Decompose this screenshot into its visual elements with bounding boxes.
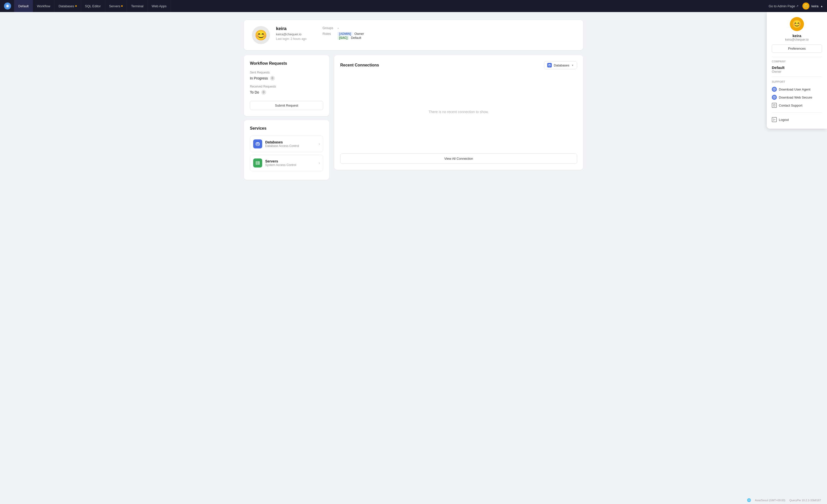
- dropdown-divider-2: [772, 76, 822, 77]
- database-service-desc: Database Access Control: [265, 144, 319, 148]
- left-column: Workflow Requests Sent Requests In Progr…: [244, 55, 329, 180]
- dropdown-avatar: 😊: [790, 17, 804, 31]
- in-progress-row: In Progress 0: [250, 76, 323, 81]
- user-avatar-small: 😊: [802, 2, 810, 9]
- external-link-icon: ↗: [796, 4, 798, 8]
- main-container: 😊 keira keira@chequer.io Last login: 2 h…: [238, 12, 589, 188]
- svg-point-12: [548, 64, 550, 65]
- roles-label: Roles: [323, 32, 335, 36]
- content-area: 😊 keira keira@chequer.io Last login: 2 h…: [244, 20, 583, 180]
- sent-requests-section: Sent Requests In Progress 0: [250, 71, 323, 81]
- user-dropdown-panel: 😊 keira keira@chequer.io Preferences Com…: [767, 12, 827, 129]
- logout-icon: [772, 117, 777, 122]
- download-secure-icon: [772, 95, 777, 100]
- groups-label: Groups: [323, 26, 335, 30]
- company-name: Default: [772, 65, 822, 70]
- lower-grid: Workflow Requests Sent Requests In Progr…: [244, 55, 583, 180]
- nav-item-terminal[interactable]: Terminal: [127, 0, 148, 12]
- nav-item-servers[interactable]: Servers: [105, 0, 127, 12]
- nav-item-workflow[interactable]: Workflow: [33, 0, 54, 12]
- filter-label: Databases: [554, 63, 569, 67]
- profile-email: keira@chequer.io: [276, 32, 306, 36]
- top-navigation: Default Workflow Databases SQL Editor Se…: [0, 0, 827, 12]
- service-item-databases[interactable]: Databases Database Access Control ›: [250, 136, 323, 152]
- topnav-right: Go to Admin Page ↗ 😊 keira ▲: [769, 2, 823, 9]
- sac-role-value: Default: [351, 36, 361, 40]
- received-requests-label: Received Requests: [250, 85, 323, 88]
- groups-row: Groups -: [323, 26, 364, 30]
- user-menu-button[interactable]: 😊 keira ▲: [802, 2, 823, 9]
- svg-point-7: [256, 143, 259, 144]
- admin-badge: [ADMIN]: [337, 32, 352, 36]
- recent-connections-header: Recent Connections Databases ▼: [340, 61, 577, 69]
- nav-item-sql-editor[interactable]: SQL Editor: [81, 0, 105, 12]
- svg-point-1: [6, 5, 8, 7]
- roles-value: [ADMIN] Owner [SAC] Default: [337, 32, 364, 40]
- profile-info: keira keira@chequer.io Last login: 2 hou…: [276, 26, 306, 41]
- support-section-label: Support: [772, 80, 822, 83]
- nav-dot-servers: [121, 5, 123, 7]
- groups-value: -: [337, 26, 338, 30]
- recent-connections-card: Recent Connections Databases ▼: [334, 55, 583, 170]
- contact-support-link[interactable]: Contact Support: [772, 101, 822, 109]
- svg-point-10: [259, 162, 259, 163]
- sac-badge: [SAC]: [337, 36, 349, 40]
- profile-meta: Groups - Roles [ADMIN] Owner [SAC] Defau…: [323, 26, 364, 40]
- profile-name: keira: [276, 26, 306, 31]
- dropdown-divider-1: [772, 57, 822, 57]
- nav-item-databases[interactable]: Databases: [54, 0, 81, 12]
- services-title: Services: [250, 126, 323, 131]
- nav-dot-databases: [75, 5, 77, 7]
- right-column: Recent Connections Databases ▼: [334, 55, 583, 170]
- servers-service-icon: [253, 159, 262, 168]
- to-do-row: To Do 0: [250, 90, 323, 95]
- view-all-connections-button[interactable]: View All Connection: [340, 154, 577, 164]
- footer-timezone: Asia/Seoul (GMT+09:00): [755, 499, 785, 502]
- footer: 🌐 Asia/Seoul (GMT+09:00) QueryPie 10.2.2…: [741, 496, 827, 504]
- footer-version: QueryPie 10.2.2-33b8187: [789, 499, 821, 502]
- nav-item-default[interactable]: Default: [14, 0, 33, 12]
- workflow-card: Workflow Requests Sent Requests In Progr…: [244, 55, 329, 116]
- download-user-agent-link[interactable]: Download User Agent: [772, 85, 822, 93]
- globe-icon: 🌐: [747, 498, 751, 502]
- app-logo[interactable]: [4, 2, 11, 9]
- logout-link[interactable]: Logout: [772, 116, 822, 124]
- company-role: Owner: [772, 70, 822, 73]
- roles-row: Roles [ADMIN] Owner [SAC] Default: [323, 32, 364, 40]
- servers-service-text: Servers System Access Control: [265, 159, 319, 167]
- admin-page-link[interactable]: Go to Admin Page ↗: [769, 4, 798, 8]
- profile-last-login: Last login: 2 hours ago: [276, 37, 306, 41]
- sent-requests-label: Sent Requests: [250, 71, 323, 74]
- preferences-button[interactable]: Preferences: [772, 44, 822, 53]
- nav-item-web-apps[interactable]: Web Apps: [148, 0, 171, 12]
- servers-service-name: Servers: [265, 159, 319, 163]
- recent-connections-title: Recent Connections: [340, 63, 379, 67]
- svg-point-11: [259, 164, 259, 164]
- contact-support-icon: [772, 103, 777, 108]
- database-chevron-icon: ›: [319, 142, 320, 146]
- database-service-icon: [253, 139, 262, 149]
- dropdown-divider-3: [772, 112, 822, 113]
- profile-card: 😊 keira keira@chequer.io Last login: 2 h…: [244, 20, 583, 50]
- chevron-down-icon: ▲: [821, 5, 823, 7]
- in-progress-label: In Progress: [250, 76, 268, 80]
- servers-chevron-icon: ›: [319, 161, 320, 165]
- submit-request-button[interactable]: Submit Request: [250, 101, 323, 110]
- connections-filter-dropdown[interactable]: Databases ▼: [544, 61, 577, 69]
- servers-service-desc: System Access Control: [265, 163, 319, 167]
- filter-chevron-icon: ▼: [571, 64, 574, 67]
- database-service-text: Databases Database Access Control: [265, 140, 319, 148]
- received-requests-section: Received Requests To Do 0: [250, 85, 323, 95]
- empty-connections-message: There is no recent connection to show.: [340, 74, 577, 150]
- download-agent-icon: [772, 87, 777, 92]
- download-web-secure-link[interactable]: Download Web Secure: [772, 93, 822, 101]
- in-progress-count: 0: [270, 76, 275, 81]
- to-do-count: 0: [261, 90, 266, 95]
- service-item-servers[interactable]: Servers System Access Control ›: [250, 155, 323, 171]
- dropdown-user-email: keira@chequer.io: [772, 38, 822, 41]
- to-do-label: To Do: [250, 90, 259, 94]
- dropdown-user-name: keira: [772, 34, 822, 38]
- filter-db-icon: [547, 63, 552, 67]
- database-service-name: Databases: [265, 140, 319, 144]
- nav-items: Default Workflow Databases SQL Editor Se…: [14, 0, 769, 12]
